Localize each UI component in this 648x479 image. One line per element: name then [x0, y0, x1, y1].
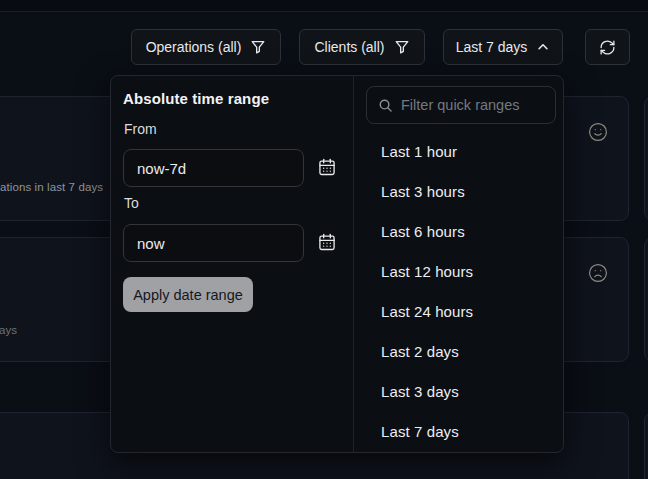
quick-range-option[interactable]: Last 2 days: [353, 331, 565, 371]
smiley-face-icon: [587, 121, 609, 143]
quick-ranges-filter-input[interactable]: [401, 97, 544, 113]
time-range-dropdown-button[interactable]: Last 7 days: [443, 29, 563, 65]
to-input[interactable]: [123, 224, 304, 262]
apply-date-range-button[interactable]: Apply date range: [123, 277, 253, 312]
stat-card-next-column: [644, 412, 648, 479]
quick-range-option[interactable]: Last 3 hours: [353, 171, 565, 211]
quick-range-option[interactable]: Last 3 days: [353, 371, 565, 411]
chevron-up-icon: [536, 40, 550, 54]
navbar-divider: [0, 11, 648, 12]
frown-face-icon: [587, 262, 609, 284]
card-subtitle-fragment: ays: [0, 324, 17, 336]
operations-filter-button[interactable]: Operations (all): [131, 29, 281, 65]
to-label: To: [124, 195, 139, 211]
card-subtitle-fragment: ations in last 7 days: [0, 181, 103, 193]
quick-range-option[interactable]: Last 1 hour: [353, 131, 565, 171]
from-calendar-button[interactable]: [315, 156, 339, 180]
from-label: From: [124, 121, 157, 137]
absolute-time-range-title: Absolute time range: [123, 90, 269, 107]
refresh-button[interactable]: [585, 29, 630, 65]
clients-filter-button[interactable]: Clients (all): [299, 29, 425, 65]
operations-filter-label: Operations (all): [146, 39, 242, 55]
calendar-icon: [317, 232, 337, 252]
clients-filter-label: Clients (all): [314, 39, 384, 55]
funnel-icon: [250, 39, 266, 55]
stat-card-next-column: [644, 237, 648, 362]
funnel-icon: [394, 39, 410, 55]
quick-range-option[interactable]: Last 24 hours: [353, 291, 565, 331]
refresh-icon: [599, 39, 616, 56]
stat-card-next-column: [644, 96, 648, 221]
quick-range-option[interactable]: Last 6 hours: [353, 211, 565, 251]
dashboard-screen: ations in last 7 days ays Operations (al…: [0, 0, 648, 479]
time-range-picker-panel: Absolute time range From To Apply date r…: [110, 75, 564, 453]
quick-range-option[interactable]: Last 12 hours: [353, 251, 565, 291]
from-input[interactable]: [123, 149, 304, 187]
time-range-label: Last 7 days: [456, 39, 528, 55]
top-navbar-strip: [0, 0, 648, 11]
quick-ranges-list: Last 1 hourLast 3 hoursLast 6 hoursLast …: [353, 131, 565, 451]
quick-ranges-search-box[interactable]: [366, 86, 556, 124]
quick-range-option[interactable]: Last 7 days: [353, 411, 565, 451]
calendar-icon: [317, 157, 337, 177]
to-calendar-button[interactable]: [315, 231, 339, 255]
search-icon: [378, 98, 393, 113]
